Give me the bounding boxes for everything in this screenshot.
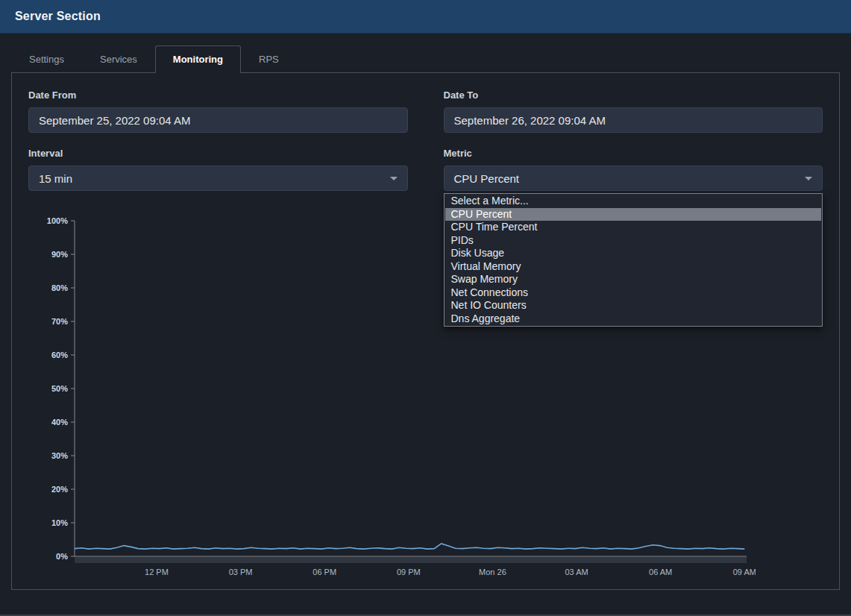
interval-field: Interval 15 min — [28, 148, 408, 191]
metric-option[interactable]: CPU Time Percent — [445, 221, 822, 234]
date-from-label: Date From — [28, 89, 408, 101]
svg-text:50%: 50% — [51, 384, 68, 393]
date-to-field: Date To — [444, 89, 823, 133]
svg-text:80%: 80% — [51, 283, 68, 292]
metric-option[interactable]: PIDs — [445, 234, 822, 248]
svg-text:90%: 90% — [51, 250, 68, 259]
metric-dropdown-list: Select a Metric...CPU PercentCPU Time Pe… — [444, 193, 823, 327]
date-to-label: Date To — [444, 89, 823, 101]
metric-option[interactable]: CPU Percent — [445, 208, 822, 221]
filter-form: Date From Date To Interval 15 min Metric… — [28, 89, 823, 191]
metric-option[interactable]: Net Connections — [445, 286, 822, 300]
interval-label: Interval — [28, 148, 408, 159]
svg-text:06 PM: 06 PM — [313, 568, 336, 576]
metric-option[interactable]: Net IO Counters — [445, 299, 822, 312]
tab-rps[interactable]: RPS — [241, 45, 297, 73]
svg-text:06 AM: 06 AM — [649, 568, 672, 576]
chevron-down-icon — [390, 177, 398, 180]
page-title: Server Section — [15, 10, 101, 23]
tab-monitoring[interactable]: Monitoring — [155, 45, 241, 73]
svg-text:09 AM: 09 AM — [733, 568, 756, 576]
monitoring-panel: Date From Date To Interval 15 min Metric… — [11, 72, 840, 590]
svg-text:Mon 26: Mon 26 — [479, 568, 506, 576]
svg-text:60%: 60% — [51, 351, 68, 359]
metric-option[interactable]: Virtual Memory — [445, 260, 822, 274]
tab-services[interactable]: Services — [82, 45, 155, 73]
metric-option[interactable]: Swap Memory — [445, 273, 822, 286]
svg-text:30%: 30% — [51, 451, 68, 460]
interval-select[interactable]: 15 min — [28, 166, 408, 191]
svg-text:40%: 40% — [51, 418, 68, 427]
metric-option[interactable]: Select a Metric... — [445, 195, 822, 208]
date-to-input[interactable] — [444, 107, 823, 133]
metric-field: Metric CPU Percent Select a Metric...CPU… — [444, 148, 823, 191]
tab-settings[interactable]: Settings — [11, 45, 82, 73]
metric-select-value: CPU Percent — [454, 172, 520, 185]
svg-text:20%: 20% — [51, 485, 68, 494]
metric-label: Metric — [444, 148, 823, 159]
svg-text:09 PM: 09 PM — [397, 568, 421, 576]
chevron-down-icon — [805, 177, 812, 180]
metric-option[interactable]: Disk Usage — [445, 247, 822, 260]
svg-text:100%: 100% — [47, 216, 68, 225]
metric-option[interactable]: Dns Aggregate — [445, 312, 822, 326]
svg-text:10%: 10% — [51, 518, 68, 527]
date-from-input[interactable] — [28, 107, 408, 133]
svg-text:03 AM: 03 AM — [565, 568, 588, 576]
date-from-field: Date From — [28, 89, 408, 133]
svg-text:0%: 0% — [56, 552, 68, 561]
app-header: Server Section — [0, 0, 851, 34]
interval-select-value: 15 min — [39, 172, 72, 185]
svg-text:03 PM: 03 PM — [229, 568, 253, 576]
svg-text:70%: 70% — [51, 317, 68, 326]
metric-select[interactable]: CPU Percent — [444, 166, 823, 191]
svg-text:12 PM: 12 PM — [145, 568, 169, 576]
tab-bar: SettingsServicesMonitoringRPS — [0, 45, 851, 72]
